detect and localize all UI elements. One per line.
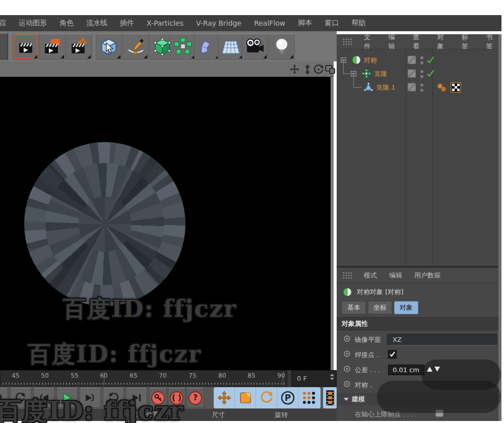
next-frame-button[interactable] bbox=[80, 388, 101, 408]
camera-button[interactable] bbox=[242, 34, 268, 60]
toolbar-partial-button[interactable] bbox=[0, 34, 8, 60]
goto-start-button[interactable] bbox=[0, 388, 8, 408]
om-menu-bookmarks[interactable]: 书签 bbox=[486, 33, 499, 51]
position-label: 位置 bbox=[146, 410, 159, 419]
render-to-picture-viewer-button[interactable] bbox=[39, 34, 66, 60]
object-row-clone1[interactable]: 克隆.1 bbox=[337, 81, 498, 94]
autokey-button[interactable]: ( ) bbox=[168, 388, 185, 408]
om-menu-file[interactable]: 文件 bbox=[364, 33, 376, 51]
keyframe-circle-icon[interactable] bbox=[344, 335, 350, 342]
menu-plugins[interactable]: 插件 bbox=[120, 19, 134, 28]
render-settings-button[interactable] bbox=[66, 34, 92, 60]
tab-coordinates[interactable]: 坐标 bbox=[368, 301, 392, 314]
3d-viewport[interactable] bbox=[0, 77, 334, 370]
visibility-dots[interactable] bbox=[420, 84, 423, 92]
key-parameter-toggle[interactable]: P bbox=[277, 387, 298, 408]
weld-points-checkbox[interactable] bbox=[388, 350, 397, 359]
light-button[interactable] bbox=[269, 34, 295, 60]
menu-window[interactable]: 窗口 bbox=[325, 19, 339, 28]
timeline-ruler[interactable]: 45 50 55 60 65 70 75 80 85 90 bbox=[0, 370, 287, 387]
key-scale-toggle[interactable] bbox=[235, 387, 256, 408]
am-menu-userdata[interactable]: 用户数据 bbox=[414, 271, 440, 280]
previous-key-button[interactable] bbox=[10, 388, 31, 408]
menu-help[interactable]: 帮助 bbox=[351, 19, 365, 28]
restrict-points-row: 在轴心上限制点 . . . bbox=[337, 407, 498, 421]
om-menu-tags[interactable]: 标签 bbox=[462, 33, 474, 51]
add-cube-button[interactable] bbox=[96, 34, 122, 60]
record-keyframe-button[interactable] bbox=[149, 388, 167, 408]
timeline-window-button[interactable] bbox=[323, 387, 337, 408]
viewport-zoom-icon[interactable] bbox=[301, 63, 313, 75]
keyframe-circle-icon[interactable] bbox=[344, 350, 350, 357]
play-button[interactable] bbox=[56, 388, 78, 408]
visibility-dots[interactable] bbox=[420, 70, 423, 78]
om-menu-objects[interactable]: 对象 bbox=[437, 33, 450, 51]
enabled-check-icon[interactable] bbox=[426, 56, 434, 64]
tree-line bbox=[353, 74, 354, 87]
om-menu-edit[interactable]: 编辑 bbox=[389, 33, 401, 51]
cloner-object-icon bbox=[362, 69, 371, 78]
am-menu-edit[interactable]: 编辑 bbox=[389, 271, 402, 280]
mirror-plane-dropdown[interactable]: XZ bbox=[387, 334, 497, 345]
object-properties-header[interactable]: 对象属性 bbox=[337, 317, 498, 330]
tolerance-input[interactable]: 0.01 cm bbox=[388, 365, 424, 375]
menu-vray-bridge[interactable]: V-Ray Bridge bbox=[196, 19, 241, 27]
key-pla-toggle[interactable] bbox=[298, 387, 320, 408]
object-name[interactable]: 克隆.1 bbox=[376, 83, 395, 92]
selection-tag-icon[interactable] bbox=[436, 83, 448, 93]
previous-frame-button[interactable] bbox=[33, 388, 54, 408]
viewport-pan-icon[interactable] bbox=[289, 63, 300, 75]
next-key-button[interactable] bbox=[103, 388, 124, 408]
keyframe-circle-icon[interactable] bbox=[344, 366, 350, 372]
menu-script[interactable]: 脚本 bbox=[298, 19, 312, 28]
tab-object[interactable]: 对象 bbox=[394, 301, 418, 314]
symmetry-row: 对称 . bbox=[337, 378, 498, 392]
enabled-check-icon[interactable] bbox=[426, 69, 434, 78]
current-frame-field[interactable]: 0 F bbox=[291, 370, 337, 387]
clapperboard-gear-icon bbox=[70, 38, 88, 56]
keyframe-selection-button[interactable]: ? bbox=[186, 388, 204, 408]
menu-mograph[interactable]: 运动图形 bbox=[19, 19, 47, 28]
frame-stepper[interactable] bbox=[330, 374, 334, 380]
tolerance-row: 公差 . . . 0.01 cm bbox=[337, 363, 498, 377]
floor-button[interactable] bbox=[218, 34, 244, 60]
object-row-cloner[interactable]: 克隆 bbox=[337, 67, 498, 81]
frame-step-up-icon[interactable] bbox=[330, 374, 334, 376]
visibility-dots[interactable] bbox=[420, 56, 423, 64]
faceted-gem-object[interactable] bbox=[24, 142, 185, 306]
mograph-cloner-button[interactable] bbox=[170, 34, 196, 60]
panel-handle-icon[interactable] bbox=[343, 38, 352, 45]
viewport-maximize-icon[interactable] bbox=[324, 63, 336, 75]
frame-step-down-icon[interactable] bbox=[330, 378, 334, 380]
restrict-points-checkbox[interactable] bbox=[435, 409, 444, 417]
layer-square-icon[interactable] bbox=[407, 55, 416, 64]
layer-square-icon[interactable] bbox=[407, 83, 416, 92]
layer-square-icon[interactable] bbox=[407, 69, 416, 78]
menu-motion-tracker[interactable]: 动跟踪 bbox=[0, 19, 6, 28]
modeling-section-header[interactable]: 建模 bbox=[337, 393, 498, 405]
object-row-symmetry[interactable]: 对称 bbox=[337, 53, 498, 67]
key-rotation-toggle[interactable] bbox=[256, 387, 277, 408]
goto-end-button[interactable] bbox=[126, 388, 147, 408]
menu-pipeline[interactable]: 流水线 bbox=[86, 19, 107, 28]
panel-handle-icon[interactable] bbox=[343, 272, 352, 279]
menu-xparticles[interactable]: X-Particles bbox=[147, 19, 183, 27]
menu-realflow[interactable]: RealFlow bbox=[254, 19, 285, 27]
tab-basic[interactable]: 基本 bbox=[342, 301, 366, 314]
key-position-toggle[interactable] bbox=[214, 387, 235, 408]
object-name[interactable]: 对称 bbox=[364, 56, 377, 65]
render-view-button[interactable] bbox=[13, 34, 39, 60]
keyframe-circle-icon[interactable] bbox=[344, 381, 350, 387]
keying-toggle-group: P bbox=[214, 387, 321, 408]
menu-character[interactable]: 角色 bbox=[59, 19, 74, 28]
spline-pen-button[interactable] bbox=[122, 34, 149, 60]
viewport-rotate-icon[interactable] bbox=[312, 63, 324, 75]
polygon-object-icon bbox=[364, 83, 373, 92]
texture-tag-icon[interactable] bbox=[451, 82, 461, 93]
deformer-bend-button[interactable] bbox=[194, 34, 220, 60]
tolerance-stepper[interactable] bbox=[426, 366, 440, 372]
floor-grid-icon bbox=[221, 38, 240, 55]
om-menu-view[interactable]: 查看 bbox=[413, 33, 425, 51]
am-menu-mode[interactable]: 模式 bbox=[364, 271, 377, 280]
object-name[interactable]: 克隆 bbox=[374, 69, 387, 79]
